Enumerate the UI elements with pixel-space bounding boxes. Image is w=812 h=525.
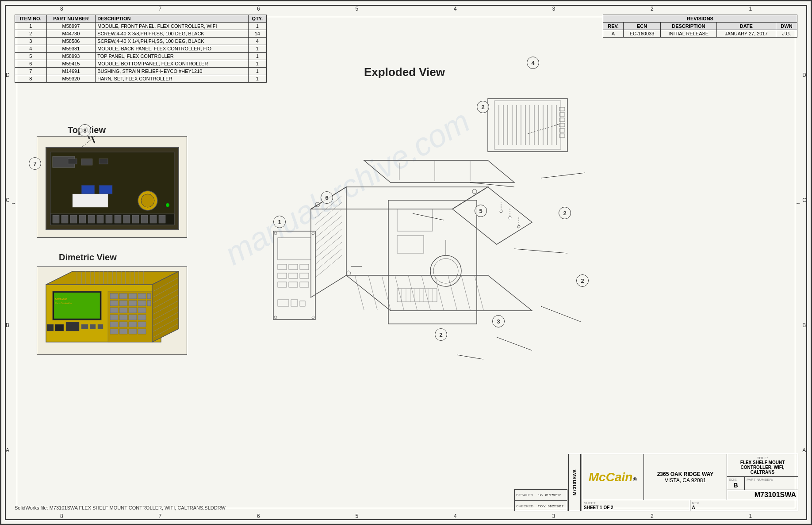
grid-numbers-top: 8 7 6 5 4 3 2 1 [12,6,800,12]
svg-marker-121 [311,187,346,297]
svg-rect-25 [73,194,108,207]
part-number-cell: PART NUMBER: [745,477,798,490]
exploded-view-area: 4 2 2 5 6 1 3 2 2 [222,76,585,408]
svg-rect-8 [53,215,59,223]
callout-3: 3 [492,315,505,327]
svg-rect-113 [559,123,565,127]
svg-point-21 [166,203,169,207]
checked-row: CHECKED T.O.V. 01/27/2017 [515,501,567,512]
col-header-desc: DESCRIPTION [96,15,248,23]
size-value: B [729,482,743,489]
title-info: TITLE: FLEX SHELF MOUNT CONTROLLER, WIFI… [727,454,798,500]
svg-point-166 [430,255,461,286]
dimetric-view-area: McCain Flex Controller [37,266,187,355]
registered-mark: ® [633,476,637,483]
top-view-drawing [37,136,187,238]
svg-rect-40 [110,301,118,306]
svg-rect-149 [278,264,287,270]
detailed-row: DETAILED J.G. 01/27/2017 [515,490,567,501]
detail-block: DETAILED J.G. 01/27/2017 CHECKED T.O.V. … [514,489,567,511]
exploded-view-svg [222,76,585,408]
svg-rect-3 [81,185,95,194]
svg-marker-123 [452,187,532,244]
revisions-table: REVISIONS REV. ECN DESCRIPTION DATE DWN … [603,15,797,38]
svg-line-129 [315,229,342,251]
checked-by: T.O.V. [537,504,547,509]
grid-letters-right: D C B A [802,12,806,513]
svg-rect-42 [129,301,137,306]
dimetric-view-drawing: McCain Flex Controller [37,266,187,355]
svg-point-167 [433,259,458,283]
title-value: FLEX SHELF MOUNT CONTROLLER, WIFI, CALTR… [729,460,796,475]
callout-2a: 2 [477,101,489,113]
svg-rect-45 [110,308,118,313]
title-block: McCain ® 2365 OAK RIDGE WAY VISTA, CA 92… [582,454,798,511]
size-partnum-row: SIZE B PART NUMBER: [727,477,798,490]
table-row: 7 M14691 BUSHING, STRAIN RELIEF-HEYCO #H… [15,68,267,75]
svg-rect-23 [81,159,92,165]
svg-rect-159 [291,300,298,306]
svg-rect-110 [559,107,565,111]
size-cell: SIZE B [727,477,745,490]
svg-rect-19 [150,215,157,223]
svg-line-134 [355,276,364,310]
svg-rect-62 [55,324,64,331]
svg-rect-114 [559,129,565,132]
grid-numbers-bottom: 8 7 6 5 4 3 2 1 [12,513,800,519]
svg-rect-12 [88,215,95,223]
svg-marker-116 [364,160,514,183]
svg-line-137 [395,275,404,310]
svg-rect-171 [397,289,437,302]
svg-point-6 [141,194,154,207]
svg-rect-41 [119,301,127,306]
callout-2d: 2 [576,274,589,287]
svg-line-139 [421,275,430,310]
svg-point-164 [312,316,314,319]
drawing-sheet: 8 7 6 5 4 3 2 1 8 7 6 5 4 3 2 1 D C B A … [0,0,812,525]
svg-rect-49 [110,315,118,320]
svg-rect-22 [68,159,77,164]
svg-rect-95 [494,101,561,149]
svg-rect-33 [54,293,100,319]
part-number-value: M73101SWA [727,490,798,500]
svg-rect-111 [559,113,565,116]
left-arrow: → [11,200,16,206]
svg-line-132 [315,249,342,271]
svg-point-161 [274,232,277,235]
svg-rect-155 [278,282,287,287]
svg-rect-48 [138,308,146,313]
sideways-partnum: M73101SWA [568,454,581,511]
table-row: 1 M58997 MODULE, FRONT PANEL, FLEX CONTR… [15,23,267,30]
svg-line-128 [315,222,342,244]
svg-rect-158 [278,300,289,306]
callout-2b: 2 [559,207,571,219]
svg-line-138 [408,275,417,310]
svg-point-193 [517,225,520,228]
svg-rect-51 [129,315,137,320]
col-header-qty: QTY. [248,15,266,23]
svg-text:Flex Controller: Flex Controller [55,302,72,304]
svg-rect-47 [129,308,137,313]
bottom-file-info: SolidWorks file: M73101SWA FLEX SHELF MO… [15,505,226,510]
svg-line-133 [315,255,342,278]
grid-letters-left: D C B A [6,12,10,513]
callout-5: 5 [475,205,487,217]
parts-table: ITEM NO. PART NUMBER DESCRIPTION QTY. 1 … [15,15,267,83]
callout-8-top: 8 [79,124,91,137]
dimetric-view-label: Dimetric View [59,252,117,262]
revision-row: A EC-160033 INITIAL RELEASE JANUARY 27, … [603,30,797,38]
svg-marker-122 [311,187,488,209]
col-header-item: ITEM NO. [15,15,47,23]
svg-line-182 [514,249,567,253]
svg-rect-56 [138,322,146,327]
svg-point-146 [346,271,351,275]
svg-rect-170 [397,236,424,253]
table-row: 4 M59381 MODULE, BACK PANEL, FLEX CONTRO… [15,45,267,53]
svg-rect-36 [119,293,127,299]
svg-rect-44 [147,301,151,306]
svg-rect-151 [300,264,309,270]
svg-rect-11 [79,215,86,223]
svg-rect-66 [98,324,103,329]
svg-line-130 [315,236,342,258]
checked-date: 01/27/2017 [547,504,564,509]
